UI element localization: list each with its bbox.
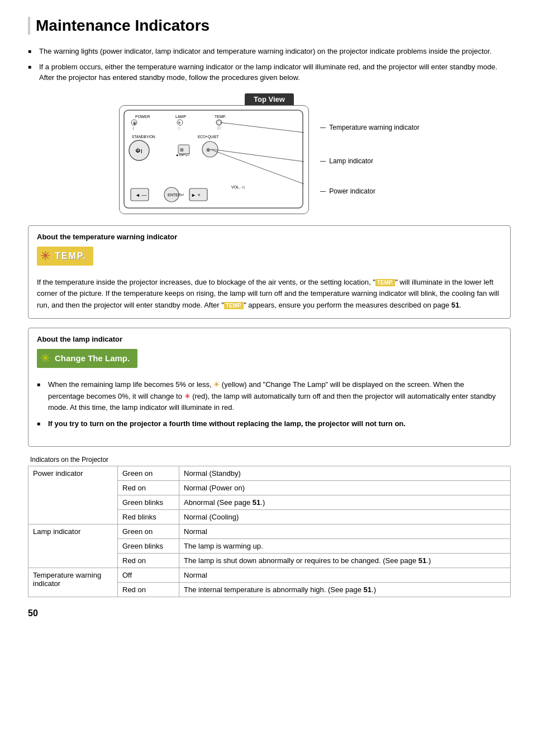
- lamp-icon-yellow-inline: ✳: [213, 380, 220, 389]
- temp-warning-box: About the temperature warning indicator …: [28, 225, 511, 319]
- svg-line-31: [210, 149, 304, 184]
- svg-rect-0: [124, 110, 303, 208]
- power-indicator-cell: Power indicator: [28, 466, 118, 524]
- page-ref-51-1: 51: [253, 498, 260, 507]
- meaning-lamp-shutdown: The lamp is shut down abnormally or requ…: [179, 553, 511, 568]
- svg-text:TEMP.: TEMP.: [215, 115, 226, 119]
- svg-line-29: [220, 122, 304, 133]
- lamp-icon: ✳: [40, 351, 50, 366]
- status-green-on-lamp: Green on: [118, 524, 179, 538]
- annotation-temp: Temperature warning indicator: [320, 124, 419, 131]
- intro-bullet-1: The warning lights (power indicator, lam…: [28, 46, 511, 57]
- temp-inline-yellow: TEMP.: [375, 279, 395, 286]
- meaning-high-temp: The internal temperature is abnormally h…: [179, 582, 511, 597]
- diagram-annotations: Temperature warning indicator Lamp indic…: [320, 124, 419, 195]
- lamp-bullets: When the remaining lamp life becomes 5% …: [37, 379, 502, 429]
- lamp-indicator-cell: Lamp indicator: [28, 524, 118, 568]
- lamp-bullet-2: If you try to turn on the projector a fo…: [37, 418, 502, 429]
- annotation-lamp: Lamp indicator: [320, 157, 419, 165]
- status-off: Off: [118, 568, 179, 582]
- temp-badge-text: TEMP.: [55, 251, 87, 261]
- lamp-badge-text: Change The Lamp.: [55, 353, 130, 363]
- lamp-indicator-box: About the lamp indicator ✳ Change The La…: [28, 328, 511, 447]
- table-row: Temperature warning indicator Off Normal: [28, 568, 511, 582]
- meaning-warming-up: The lamp is warming up.: [179, 538, 511, 553]
- svg-text:◌: ◌: [178, 126, 180, 130]
- meaning-normal-lamp: Normal: [179, 524, 511, 538]
- intro-bullets: The warning lights (power indicator, lam…: [28, 46, 511, 83]
- projector-diagram: POWER ⏻ | LAMP ✳ ◌ TEMP. ⬜ STANDBY/ON ⏻ …: [119, 105, 309, 214]
- svg-text:⏻: ⏻: [133, 121, 136, 125]
- lamp-box-title: About the lamp indicator: [37, 335, 502, 343]
- annotation-power: Power indicator: [320, 187, 419, 195]
- svg-text:⊕: ⊕: [206, 147, 211, 153]
- lamp-bullet-1: When the remaining lamp life becomes 5% …: [37, 379, 502, 414]
- table-section-label: Indicators on the Projector: [30, 456, 511, 464]
- svg-text:POWER: POWER: [135, 115, 150, 119]
- temp-body: If the temperature inside the projector …: [37, 277, 502, 311]
- temp-icon: ✳: [40, 249, 50, 263]
- svg-text:STANDBY/ON: STANDBY/ON: [132, 135, 155, 139]
- meaning-normal-standby: Normal (Standby): [179, 466, 511, 480]
- page-ref-51-2: 51: [418, 556, 426, 565]
- svg-text:VOL. ◁: VOL. ◁: [231, 185, 245, 189]
- svg-text:|: |: [133, 126, 134, 130]
- svg-text:► +: ► +: [191, 192, 201, 198]
- top-view-container: Top View POWER ⏻ | LAMP ✳ ◌ TEMP. ⬜ STAN…: [28, 93, 511, 214]
- svg-line-30: [212, 149, 304, 162]
- svg-text:⏻ |: ⏻ |: [135, 148, 142, 153]
- status-green-on: Green on: [118, 466, 179, 480]
- table-row: Lamp indicator Green on Normal: [28, 524, 511, 538]
- temp-box-title: About the temperature warning indicator: [37, 233, 502, 241]
- svg-text:LAMP: LAMP: [175, 115, 186, 119]
- svg-text:ENTER↵: ENTER↵: [168, 193, 184, 197]
- svg-text:✳: ✳: [178, 121, 181, 125]
- temp-page-ref: 51: [451, 301, 459, 309]
- status-red-on-lamp: Red on: [118, 553, 179, 568]
- intro-bullet-2: If a problem occurs, either the temperat…: [28, 62, 511, 83]
- page-title: Maintenance Indicators: [28, 17, 511, 35]
- page-ref-51-3: 51: [364, 585, 372, 594]
- meaning-normal-power-on: Normal (Power on): [179, 480, 511, 495]
- temp-badge: ✳ TEMP.: [37, 247, 93, 266]
- status-red-blinks: Red blinks: [118, 509, 179, 524]
- status-green-blinks-lamp: Green blinks: [118, 538, 179, 553]
- top-view-label: Top View: [245, 93, 294, 105]
- indicators-table: Power indicator Green on Normal (Standby…: [28, 466, 511, 597]
- status-green-blinks: Green blinks: [118, 495, 179, 509]
- table-row: Power indicator Green on Normal (Standby…: [28, 466, 511, 480]
- status-red-on-1: Red on: [118, 480, 179, 495]
- temp-inline-yellow-2: TEMP.: [224, 302, 244, 309]
- svg-text:⬜: ⬜: [217, 126, 221, 130]
- svg-text:ECO+QUIET: ECO+QUIET: [198, 135, 219, 139]
- lamp-badge: ✳ Change The Lamp.: [37, 349, 137, 368]
- lamp-icon-red-inline: ✳: [184, 392, 191, 400]
- meaning-abnormal: Abnormal (See page 51.): [179, 495, 511, 509]
- svg-text:◄ —: ◄ —: [135, 192, 146, 198]
- status-red-on-temp: Red on: [118, 582, 179, 597]
- temp-indicator-cell: Temperature warning indicator: [28, 568, 118, 597]
- svg-text:▤: ▤: [180, 148, 184, 152]
- meaning-normal-temp: Normal: [179, 568, 511, 582]
- meaning-normal-cooling: Normal (Cooling): [179, 509, 511, 524]
- page-number: 50: [28, 608, 511, 618]
